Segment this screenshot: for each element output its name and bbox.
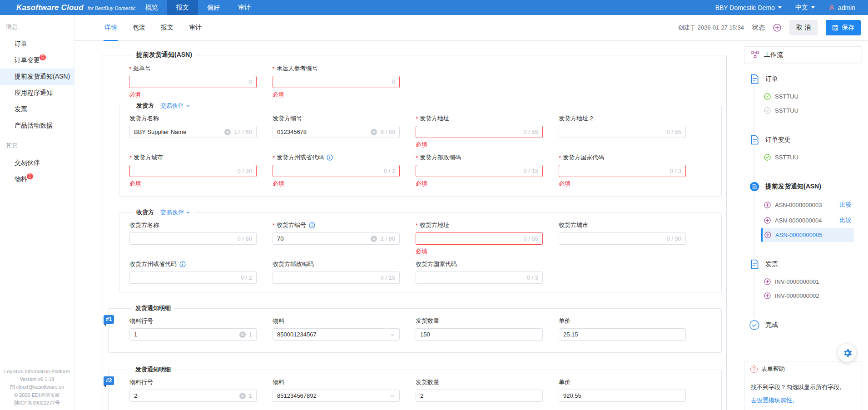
- plus-circle-icon: [764, 202, 771, 208]
- ship-to-name-input[interactable]: 0 / 60: [129, 232, 257, 245]
- field-bill-of-lading: *提单号 0 必填: [129, 60, 257, 99]
- line-item-legend: 发货通知明细: [132, 304, 174, 312]
- workflow-item-order-change-1[interactable]: SSTTUU: [761, 150, 854, 164]
- workflow-item-invoice-1[interactable]: INV-0000000001: [761, 275, 854, 289]
- tenant-selector[interactable]: BBY Domestic Demo: [715, 4, 782, 11]
- required-error: 必填: [416, 247, 543, 256]
- clear-icon[interactable]: [224, 129, 231, 135]
- ship-from-country-input[interactable]: 0 / 3: [559, 165, 686, 177]
- info-icon[interactable]: [327, 154, 333, 161]
- tab-audit[interactable]: 审计: [188, 15, 203, 40]
- sidebar-item-invoices[interactable]: 发票: [0, 101, 74, 118]
- compare-link[interactable]: 比较: [839, 201, 851, 209]
- field-line1-item: 物料 850001234567: [273, 312, 400, 341]
- ship-from-state-input[interactable]: 0 / 2: [273, 165, 400, 177]
- sidebar-item-product-activity[interactable]: 产品活动数据: [0, 118, 74, 134]
- sidebar-item-materials[interactable]: 物料1: [0, 171, 74, 188]
- line2-item-select[interactable]: 851234567892: [273, 390, 400, 402]
- clear-icon[interactable]: [371, 236, 377, 242]
- info-icon[interactable]: [179, 261, 186, 267]
- nav-overview[interactable]: 概览: [136, 0, 167, 15]
- workflow-item-asn-4[interactable]: ASN-0000000004 比较: [761, 212, 854, 228]
- workflow-item-order-1[interactable]: SSTTUU: [761, 89, 854, 104]
- field-line1-number: 物料行号 11: [129, 312, 257, 341]
- line1-number-input[interactable]: 11: [129, 328, 257, 341]
- nav-preferences[interactable]: 偏好: [198, 0, 229, 15]
- footer-copyright: © 2026 EDI通信专家: [0, 391, 74, 399]
- chevron-down-icon: [778, 6, 782, 9]
- line2-qty-input[interactable]: 2: [416, 390, 543, 402]
- ship-to-city-input[interactable]: 0 / 30: [559, 232, 686, 245]
- ship-from-address-input[interactable]: 0 / 55: [416, 126, 543, 138]
- info-icon[interactable]: [309, 222, 315, 228]
- workflow-item-asn-3[interactable]: ASN-0000000003 比较: [761, 197, 854, 212]
- timeline-connector: [754, 77, 754, 317]
- field-ship-from-country: *发货方国家代码 0 / 3 必填: [559, 149, 686, 188]
- sidebar-item-asn[interactable]: 提前发货通知(ASN): [0, 69, 74, 85]
- line2-number-input[interactable]: 21: [129, 390, 257, 402]
- ship-from-address2-input[interactable]: 0 / 55: [559, 126, 686, 138]
- tab-details[interactable]: 详情: [104, 15, 118, 40]
- compare-link[interactable]: 比较: [839, 216, 851, 224]
- sidebar-item-app-notifications[interactable]: 应用程序通知: [0, 85, 74, 101]
- line-item-section-1: 发货通知明细 #1 物料行号 11 物料 850001234567: [108, 304, 722, 353]
- tab-message[interactable]: 报文: [160, 15, 174, 40]
- bill-of-lading-input[interactable]: 0: [129, 76, 257, 88]
- mail-icon: [10, 385, 15, 389]
- footer-email[interactable]: cloud@kasoftware.cn: [10, 383, 64, 391]
- ship-from-number-input[interactable]: 0123456789 / 80: [273, 126, 400, 138]
- workflow-group-label: 订单: [765, 75, 778, 83]
- ship-to-country-input[interactable]: 0 / 3: [416, 272, 543, 284]
- sidebar-item-orders[interactable]: 订单: [0, 36, 74, 52]
- sidebar-item-trading-partners[interactable]: 交易伙伴: [0, 155, 74, 171]
- workflow-title: 工作流: [764, 51, 783, 59]
- language-selector[interactable]: 中文: [795, 4, 815, 12]
- line-item-section-2: 发货通知明细 #2 物料行号 21 物料 851234567892: [108, 366, 722, 410]
- sidebar-section-messages: 消息: [0, 15, 74, 36]
- line1-qty-input[interactable]: 150: [416, 328, 543, 341]
- footer-icp: 陕ICP备09022277号: [0, 399, 74, 407]
- field-line2-price: 单价 920.55: [559, 374, 686, 402]
- created-timestamp: 创建于 2026-01-27 15:34: [678, 24, 744, 32]
- ship-to-state-input[interactable]: 0 / 2: [129, 272, 257, 284]
- workflow-group-label: 提前发货通知(ASN): [765, 183, 821, 191]
- sidebar-section-other: 其它: [0, 134, 74, 155]
- document-icon: [749, 73, 759, 85]
- ship-to-postal-input[interactable]: 0 / 15: [273, 272, 400, 284]
- sidebar-item-order-changes[interactable]: 订单变更5: [0, 52, 74, 69]
- line-item-legend: 发货通知明细: [132, 366, 174, 374]
- user-menu[interactable]: admin: [828, 4, 855, 11]
- status-new-icon[interactable]: [773, 24, 781, 32]
- carrier-reference-input[interactable]: 0: [273, 76, 400, 88]
- tab-packaging[interactable]: 包装: [132, 15, 146, 40]
- settings-fab[interactable]: [838, 344, 856, 362]
- document-icon: [749, 133, 759, 146]
- nav-messages[interactable]: 报文: [167, 0, 198, 15]
- ship-from-name-input[interactable]: BBY Supplier Name17 / 60: [129, 126, 257, 138]
- workflow-item-asn-5-selected[interactable]: ASN-0000000005: [761, 228, 854, 242]
- language-label: 中文: [795, 4, 808, 12]
- asn-form: 提前发货通知(ASN) *提单号 0 必填 *承运人参考编号 0 必填: [103, 51, 727, 410]
- workflow-item-invoice-2[interactable]: INV-0000000002: [761, 289, 854, 303]
- line1-price-input[interactable]: 25.15: [559, 328, 686, 341]
- ship-from-city-input[interactable]: 0 / 30: [129, 165, 257, 177]
- clear-icon[interactable]: [239, 393, 246, 399]
- workflow-item-order-2[interactable]: SSTTUU: [761, 104, 854, 118]
- required-error: 必填: [559, 180, 686, 188]
- cancel-button[interactable]: 取 消: [789, 20, 818, 35]
- nav-audit[interactable]: 审计: [229, 0, 260, 15]
- line2-price-input[interactable]: 920.55: [559, 390, 686, 402]
- ship-from-postal-input[interactable]: 0 / 15: [416, 165, 543, 177]
- save-button[interactable]: 保存: [826, 20, 861, 35]
- ship-to-number-input[interactable]: 702 / 80: [273, 232, 400, 245]
- save-icon: [832, 25, 838, 31]
- module-settings-link[interactable]: 去设置模块属性。: [751, 396, 798, 405]
- ship-from-partner-link[interactable]: 交易伙伴: [160, 102, 190, 110]
- ship-to-address-input[interactable]: 0 / 55: [416, 232, 543, 245]
- document-circle-icon: [749, 180, 759, 193]
- ship-to-partner-link[interactable]: 交易伙伴: [160, 208, 190, 217]
- clear-icon[interactable]: [239, 331, 246, 338]
- line-index-badge: #1: [104, 315, 114, 324]
- line1-item-select[interactable]: 850001234567: [273, 328, 400, 341]
- clear-icon[interactable]: [371, 129, 377, 135]
